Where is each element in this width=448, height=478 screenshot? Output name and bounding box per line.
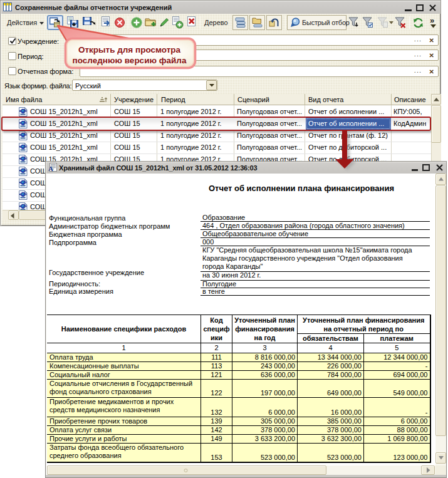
svg-text:A: A — [48, 165, 53, 172]
